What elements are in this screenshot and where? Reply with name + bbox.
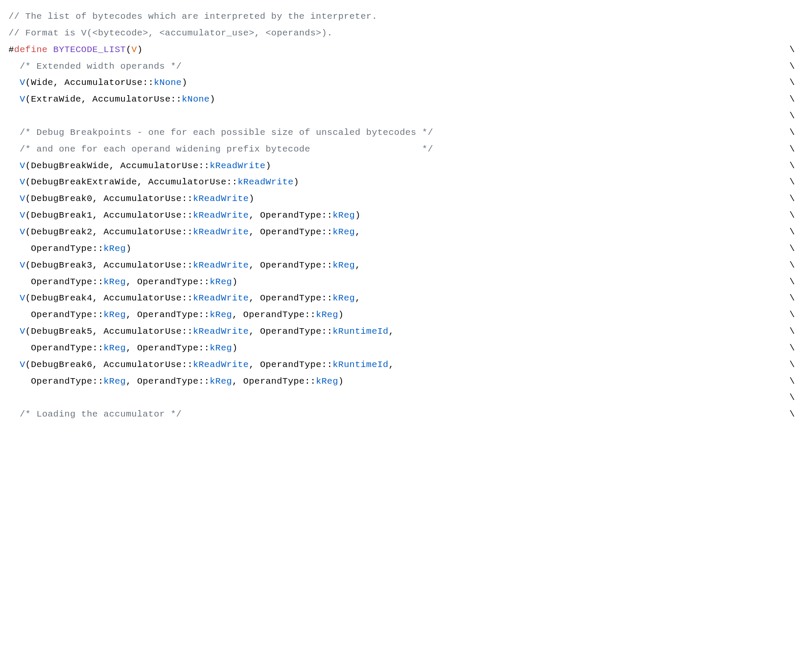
token-plain: ) [293,177,299,187]
code-line-content: V(DebugBreak2, AccumulatorUse::kReadWrit… [9,224,360,241]
code-line: V(ExtraWide, AccumulatorUse::kNone)\ [9,91,803,108]
token-plain: (Wide, AccumulatorUse:: [25,78,154,87]
token-plain: (DebugBreak2, AccumulatorUse:: [25,227,193,237]
code-line: OperandType::kReg, OperandType::kReg)\ [9,274,803,291]
token-enum-val: kReg [210,343,232,353]
code-line: OperandType::kReg)\ [9,241,803,257]
token-enum-val: kReadWrite [193,360,249,370]
line-continuation-backslash: \ [789,141,803,158]
line-continuation-backslash: \ [789,108,803,125]
token-plain: (DebugBreakExtraWide, AccumulatorUse:: [25,177,238,187]
token-plain: # [9,45,14,55]
token-plain: , OperandType:: [249,210,333,220]
code-line: OperandType::kReg, OperandType::kReg)\ [9,340,803,357]
line-continuation-backslash: \ [789,307,803,324]
line-continuation-backslash: \ [789,75,803,91]
token-plain: (DebugBreakWide, AccumulatorUse:: [25,161,209,171]
line-continuation-backslash: \ [789,241,803,257]
token-enum-val: kReadWrite [193,260,249,270]
token-enum-val: kReg [104,343,126,353]
code-line-content: OperandType::kReg, OperandType::kReg, Op… [9,373,344,390]
line-continuation-backslash: \ [789,224,803,241]
code-line-content: OperandType::kReg, OperandType::kReg) [9,274,238,291]
token-v-call: V [20,78,25,87]
token-plain: , [355,293,360,303]
token-plain: ) [338,310,344,320]
token-enum-val: kReg [333,227,355,237]
token-plain: , OperandType:: [232,376,316,386]
token-plain: (DebugBreak4, AccumulatorUse:: [25,293,193,303]
token-v-call: V [20,94,25,104]
token-enum-val: kReadWrite [193,293,249,303]
token-plain: (DebugBreak0, AccumulatorUse:: [25,194,193,204]
token-param: V [131,45,137,55]
code-line: OperandType::kReg, OperandType::kReg, Op… [9,307,803,324]
token-enum-val: kRuntimeId [333,360,389,370]
line-continuation-backslash: \ [789,290,803,307]
line-continuation-backslash: \ [789,207,803,224]
token-v-call: V [20,227,25,237]
token-plain: OperandType:: [31,277,103,287]
token-v-call: V [20,326,25,336]
line-continuation-backslash: \ [789,390,803,406]
code-line: V(DebugBreak3, AccumulatorUse::kReadWrit… [9,257,803,274]
code-line-content: V(DebugBreakWide, AccumulatorUse::kReadW… [9,158,271,175]
token-plain: , OperandType:: [249,260,333,270]
token-plain: , OperandType:: [249,360,333,370]
token-comment: /* Loading the accumulator */ [20,409,182,419]
line-continuation-backslash: \ [789,58,803,75]
line-continuation-backslash: \ [789,373,803,390]
code-line-content: V(DebugBreak5, AccumulatorUse::kReadWrit… [9,324,394,340]
line-continuation-backslash: \ [789,191,803,207]
code-line-content: OperandType::kReg, OperandType::kReg) [9,340,238,357]
token-plain: , [355,227,360,237]
code-line: V(DebugBreak4, AccumulatorUse::kReadWrit… [9,290,803,307]
code-line-content: /* Loading the accumulator */ [9,406,182,423]
code-line: V(DebugBreakWide, AccumulatorUse::kReadW… [9,158,803,175]
token-plain: OperandType:: [31,244,103,254]
token-plain: ( [126,45,131,55]
code-line-content: V(DebugBreak1, AccumulatorUse::kReadWrit… [9,207,360,224]
token-comment: /* and one for each operand widening pre… [20,144,433,154]
code-line: V(DebugBreak1, AccumulatorUse::kReadWrit… [9,207,803,224]
code-line-content: V(DebugBreakExtraWide, AccumulatorUse::k… [9,174,299,191]
code-line: /* and one for each operand widening pre… [9,141,803,158]
token-enum-val: kNone [154,78,182,87]
token-v-call: V [20,360,25,370]
code-line-content: OperandType::kReg, OperandType::kReg, Op… [9,307,344,324]
code-line: /* Loading the accumulator */\ [9,406,803,423]
token-plain: ) [249,194,254,204]
token-plain: (ExtraWide, AccumulatorUse:: [25,94,182,104]
code-line: V(DebugBreakExtraWide, AccumulatorUse::k… [9,174,803,191]
token-comment: // Format is V(<bytecode>, <accumulator_… [9,28,333,38]
token-plain: , OperandType:: [249,227,333,237]
code-line-content: OperandType::kReg) [9,241,131,257]
code-line: V(Wide, AccumulatorUse::kNone)\ [9,75,803,91]
token-v-call: V [20,194,25,204]
code-block: // The list of bytecodes which are inter… [9,9,803,423]
token-plain: ) [355,210,360,220]
token-enum-val: kReg [104,277,126,287]
token-enum-val: kReg [333,293,355,303]
code-line: V(DebugBreak5, AccumulatorUse::kReadWrit… [9,324,803,340]
token-plain: ) [126,244,131,254]
token-plain: , [389,326,394,336]
code-line: // Format is V(<bytecode>, <accumulator_… [9,25,803,42]
code-line-content: V(DebugBreak4, AccumulatorUse::kReadWrit… [9,290,360,307]
token-plain: , OperandType:: [126,376,210,386]
token-plain: , OperandType:: [126,277,210,287]
token-plain: ) [266,161,271,171]
code-line: /* Debug Breakpoints - one for each poss… [9,125,803,141]
token-enum-val: kReg [333,210,355,220]
line-continuation-backslash: \ [789,357,803,373]
token-v-call: V [20,210,25,220]
token-plain: (DebugBreak3, AccumulatorUse:: [25,260,193,270]
code-line: OperandType::kReg, OperandType::kReg, Op… [9,373,803,390]
token-enum-val: kReg [104,376,126,386]
token-comment: /* Debug Breakpoints - one for each poss… [20,128,433,137]
token-plain: , OperandType:: [249,293,333,303]
code-line: \ [9,108,803,125]
token-enum-val: kReadWrite [193,326,249,336]
token-plain: ) [137,45,142,55]
token-enum-val: kReg [333,260,355,270]
